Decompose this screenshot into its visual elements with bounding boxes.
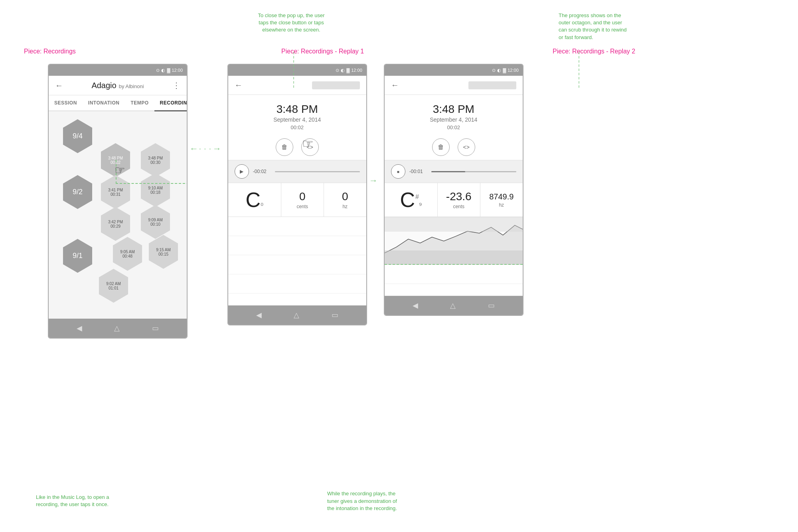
arrow-right-icon: → bbox=[213, 144, 221, 154]
tab-recordings[interactable]: RECORDINGS bbox=[154, 95, 188, 111]
wifi-icon-2: ⊙ bbox=[336, 68, 339, 73]
app-title-text-1: Adagio bbox=[91, 81, 116, 90]
delete-button-3[interactable]: 🗑 bbox=[432, 138, 450, 156]
recording-hex-7[interactable]: 9:05 AM 00:48 bbox=[111, 237, 144, 271]
replay-date-3: September 4, 2014 bbox=[391, 116, 516, 123]
section-label-2: Piece: Recordings - Replay 1 bbox=[281, 48, 421, 55]
arrow-dashes: - - - bbox=[199, 146, 212, 152]
app-header-2: ← bbox=[228, 76, 366, 95]
app-header-1: ← Adagio by Albinoni ⋮ bbox=[49, 76, 187, 95]
rec-date-4: 9:10 AM bbox=[148, 186, 163, 190]
empty-row-2-2 bbox=[228, 236, 366, 255]
nav-recent-2[interactable]: ▭ bbox=[332, 311, 338, 319]
nav-home-1[interactable]: △ bbox=[114, 324, 120, 333]
replay-actions-2: 🗑 <> bbox=[228, 134, 366, 160]
dashed-v-line-right bbox=[579, 52, 579, 88]
rec-date-7: 9:05 AM bbox=[120, 250, 135, 254]
arrow-2-to-3: → bbox=[367, 175, 380, 186]
recording-hex-5[interactable]: 3:42 PM 00:29 bbox=[99, 207, 132, 241]
play-icon-2: ▶ bbox=[240, 169, 243, 174]
recording-hex-2[interactable]: 3:48 PM 00:30 bbox=[138, 143, 172, 177]
recording-hex-8[interactable]: 9:15 AM 00:15 bbox=[146, 235, 180, 269]
tab-tempo[interactable]: TEMPO bbox=[125, 95, 154, 111]
nav-back-3[interactable]: ◀ bbox=[413, 301, 418, 310]
status-icons-1: ⊙ ◐ ▓ 12:00 bbox=[156, 68, 183, 73]
hz-value-3: 8749.9 bbox=[489, 192, 514, 201]
elapsed-2: -00:02 bbox=[253, 169, 271, 174]
rec-time-7: 00:48 bbox=[122, 254, 132, 258]
tab-intonation[interactable]: INTONATION bbox=[83, 95, 125, 111]
tabs-bar-1: SESSION INTONATION TEMPO RECORDINGS bbox=[49, 95, 187, 111]
tuner-display-2: C ₀ 0 cents 0 hz bbox=[228, 183, 366, 217]
tuner-hz-2: 0 hz bbox=[324, 183, 366, 217]
empty-row-3-2 bbox=[385, 284, 523, 296]
wifi-icon-1: ⊙ bbox=[156, 68, 160, 73]
replay-date-2: September 4, 2014 bbox=[235, 116, 360, 123]
nav-bar-2: ◀ △ ▭ bbox=[228, 305, 366, 325]
rec-time-2: 00:30 bbox=[150, 160, 160, 165]
elapsed-3: -00:01 bbox=[409, 169, 427, 174]
delete-button-2[interactable]: 🗑 bbox=[276, 138, 293, 156]
day-9-1: 9/1 bbox=[73, 252, 83, 260]
rec-date-3: 3:41 PM bbox=[108, 188, 123, 192]
note-letter-2: C bbox=[245, 189, 261, 210]
replay-actions-3: 🗑 <> bbox=[385, 134, 523, 160]
phone-3: ⊙ ◐ ▓ 12:00 ← 3:48 PM September 4, 2014 … bbox=[384, 64, 523, 316]
signal-icon-2: ◐ bbox=[341, 68, 345, 73]
time-2: 12:00 bbox=[351, 68, 362, 73]
signal-icon-3: ◐ bbox=[497, 68, 501, 73]
blurred-title-3 bbox=[468, 81, 516, 89]
back-button-3[interactable]: ← bbox=[391, 81, 399, 90]
replay-title-3: 3:48 PM September 4, 2014 00:02 bbox=[385, 95, 523, 134]
day-label-9-1: 9/1 bbox=[61, 239, 95, 273]
tab-session[interactable]: SESSION bbox=[49, 95, 83, 111]
graph-band-top bbox=[385, 217, 523, 232]
cents-value-3: -23.6 bbox=[446, 190, 472, 203]
nav-back-2[interactable]: ◀ bbox=[256, 311, 262, 319]
progress-bar-2[interactable] bbox=[275, 171, 360, 172]
cents-unit-2: cents bbox=[296, 204, 308, 209]
share-button-3[interactable]: <> bbox=[458, 138, 475, 156]
tuner-note-2: C ₀ bbox=[228, 183, 281, 217]
rec-date-2: 3:48 PM bbox=[148, 156, 163, 160]
replay-title-2: 3:48 PM September 4, 2014 00:02 bbox=[228, 95, 366, 134]
phone-2: ⊙ ◐ ▓ 12:00 ← 3:48 PM September 4, 2014 … bbox=[227, 64, 367, 325]
nav-recent-3[interactable]: ▭ bbox=[488, 301, 495, 310]
recording-hex-9[interactable]: 9:02 AM 01:01 bbox=[97, 269, 130, 303]
graph-area-3 bbox=[385, 217, 523, 265]
empty-row-2-5 bbox=[228, 294, 366, 305]
note-subscript-2: ₀ bbox=[261, 199, 263, 208]
battery-icon-2: ▓ bbox=[346, 68, 350, 73]
nav-home-2[interactable]: △ bbox=[294, 311, 299, 319]
dashed-v-line-mid bbox=[293, 52, 294, 88]
wifi-icon-3: ⊙ bbox=[492, 68, 496, 73]
recording-hex-4[interactable]: 9:10 AM 00:18 bbox=[138, 173, 172, 207]
stop-button-3[interactable]: ■ bbox=[391, 164, 405, 179]
dashed-line-right-1 bbox=[116, 183, 187, 184]
progress-fill-3 bbox=[431, 171, 465, 172]
empty-row-3-1 bbox=[385, 265, 523, 284]
nav-back-1[interactable]: ◀ bbox=[77, 324, 82, 333]
tuner-cents-3: -23.6 cents bbox=[438, 183, 480, 217]
recording-hex-6[interactable]: 9:09 AM 00:10 bbox=[138, 205, 172, 239]
graph-band-bottom bbox=[385, 250, 523, 265]
progress-bar-3[interactable] bbox=[431, 171, 516, 172]
day-9-4: 9/4 bbox=[73, 132, 83, 140]
rec-date-1: 3:48 PM bbox=[108, 156, 123, 160]
tuner-hz-3: 8749.9 hz bbox=[480, 183, 523, 217]
rec-date-8: 9:15 AM bbox=[156, 248, 171, 252]
hz-unit-2: hz bbox=[342, 204, 348, 209]
status-icons-3: ⊙ ◐ ▓ 12:00 bbox=[492, 68, 519, 73]
back-button-2[interactable]: ← bbox=[235, 81, 243, 90]
play-button-2[interactable]: ▶ bbox=[235, 164, 249, 179]
app-subtitle-1: by Albinoni bbox=[119, 83, 144, 89]
hand-cursor-1: ☞ bbox=[115, 163, 125, 177]
back-button-1[interactable]: ← bbox=[55, 81, 63, 90]
nav-home-3[interactable]: △ bbox=[450, 301, 456, 310]
dashed-annotation-line-3 bbox=[385, 264, 523, 265]
status-bar-2: ⊙ ◐ ▓ 12:00 bbox=[228, 65, 366, 76]
rec-time-4: 00:18 bbox=[150, 190, 160, 195]
battery-icon-3: ▓ bbox=[503, 68, 506, 73]
nav-recent-1[interactable]: ▭ bbox=[152, 324, 159, 333]
more-button-1[interactable]: ⋮ bbox=[172, 81, 180, 90]
